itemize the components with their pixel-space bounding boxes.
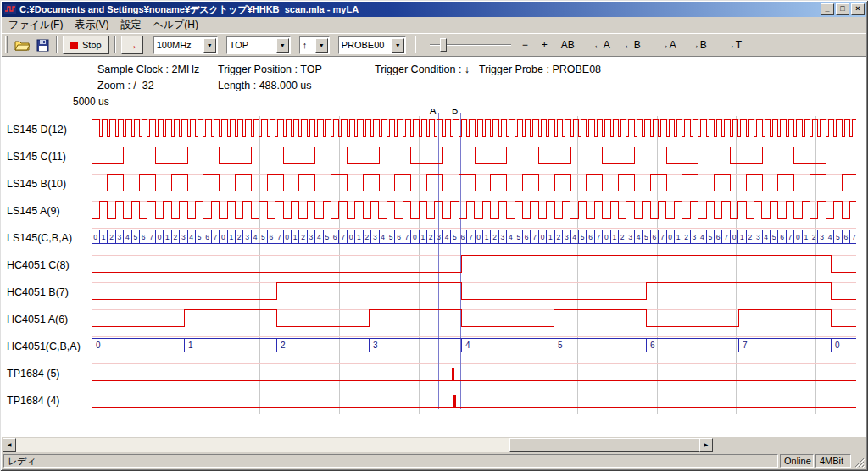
toolbar-separator xyxy=(56,36,58,53)
stop-icon xyxy=(70,42,78,49)
svg-text:7: 7 xyxy=(341,233,345,241)
svg-text:0: 0 xyxy=(604,233,609,241)
status-memory-badge: 4MBit xyxy=(815,454,851,468)
menu-view[interactable]: 表示(V) xyxy=(69,16,114,34)
chevron-down-icon[interactable]: ▼ xyxy=(203,38,216,53)
channel-wave xyxy=(92,395,856,407)
svg-text:2: 2 xyxy=(281,341,286,350)
svg-text:1: 1 xyxy=(229,233,233,241)
svg-text:0: 0 xyxy=(96,341,101,350)
svg-text:2: 2 xyxy=(748,233,753,241)
chevron-down-icon[interactable]: ▼ xyxy=(315,38,328,53)
svg-text:6: 6 xyxy=(588,233,593,241)
trigger-probe-select[interactable]: PROBE00 ▼ xyxy=(338,36,406,54)
minimize-button[interactable]: _ xyxy=(821,3,834,15)
close-button[interactable]: × xyxy=(851,3,865,15)
svg-text:4: 4 xyxy=(572,233,576,241)
svg-text:2: 2 xyxy=(684,233,688,241)
svg-text:3: 3 xyxy=(756,233,760,241)
channel-label: LS145 C(11) xyxy=(7,150,90,163)
svg-text:2: 2 xyxy=(492,233,497,241)
resize-grip[interactable] xyxy=(853,454,865,468)
move-a-right-button[interactable]: →A xyxy=(655,36,681,53)
save-file-button[interactable] xyxy=(32,36,53,54)
svg-text:7: 7 xyxy=(149,233,153,241)
sample-clock-info: Sample Clock : 2MHz xyxy=(97,64,199,75)
scrollbar-thumb[interactable] xyxy=(509,438,701,452)
svg-text:1: 1 xyxy=(293,233,298,241)
svg-text:3: 3 xyxy=(181,233,186,241)
svg-text:4: 4 xyxy=(189,233,193,241)
svg-text:7: 7 xyxy=(469,233,473,241)
svg-text:7: 7 xyxy=(277,233,281,241)
trigger-edge-select[interactable]: ↑ ▼ xyxy=(299,36,330,54)
svg-text:6: 6 xyxy=(333,233,337,241)
stop-button[interactable]: Stop xyxy=(63,36,109,54)
open-file-button[interactable] xyxy=(12,36,32,54)
slider-thumb[interactable] xyxy=(440,38,447,52)
run-button[interactable]: → xyxy=(121,36,143,54)
goto-trigger-button[interactable]: →T xyxy=(721,36,746,53)
menu-bar: ファイル(F) 表示(V) 設定 ヘルプ(H) xyxy=(2,17,866,33)
svg-text:2: 2 xyxy=(557,233,561,241)
svg-text:4: 4 xyxy=(465,341,470,350)
ab-span-button[interactable]: AB xyxy=(557,36,579,53)
svg-text:0: 0 xyxy=(221,233,225,241)
svg-text:5: 5 xyxy=(644,233,648,241)
scroll-right-icon[interactable]: ▶ xyxy=(699,438,713,452)
svg-text:4: 4 xyxy=(445,233,449,241)
svg-text:5: 5 xyxy=(198,233,202,241)
svg-text:7: 7 xyxy=(660,233,665,241)
channel-wave xyxy=(92,368,856,380)
toolbar-separator xyxy=(114,36,116,53)
svg-text:4: 4 xyxy=(700,233,704,241)
svg-text:7: 7 xyxy=(788,233,793,241)
horizontal-scrollbar[interactable]: ◀ ▶ xyxy=(2,437,866,452)
svg-text:5: 5 xyxy=(836,233,840,241)
svg-text:2: 2 xyxy=(174,233,178,241)
waveform-view: Sample Clock : 2MHz Trigger Position : T… xyxy=(2,57,866,437)
run-arrow-icon: → xyxy=(126,38,138,52)
channel-wave xyxy=(92,282,856,299)
menu-help[interactable]: ヘルプ(H) xyxy=(147,16,204,34)
channel-wave xyxy=(92,119,856,136)
move-a-left-button[interactable]: ←A xyxy=(589,36,615,53)
trigger-position-select[interactable]: TOP ▼ xyxy=(226,36,291,54)
channel-wave xyxy=(92,174,856,191)
svg-text:5: 5 xyxy=(558,341,563,350)
svg-text:3: 3 xyxy=(373,233,377,241)
menu-settings[interactable]: 設定 xyxy=(114,16,147,34)
zoom-in-button[interactable]: + xyxy=(537,36,552,53)
zoom-slider[interactable] xyxy=(428,36,513,54)
chevron-down-icon[interactable]: ▼ xyxy=(392,38,404,53)
move-b-left-button[interactable]: ←B xyxy=(620,36,645,53)
channel-wave xyxy=(92,147,856,163)
svg-text:0: 0 xyxy=(541,233,545,241)
toolbar-separator xyxy=(415,36,416,53)
svg-text:7: 7 xyxy=(214,233,218,241)
svg-text:3: 3 xyxy=(309,233,314,241)
svg-text:4: 4 xyxy=(509,233,513,241)
svg-text:0: 0 xyxy=(668,233,672,241)
svg-text:6: 6 xyxy=(716,233,721,241)
svg-text:1: 1 xyxy=(102,233,106,241)
maximize-button[interactable]: □ xyxy=(836,3,849,15)
sample-clock-select[interactable]: 100MHz ▼ xyxy=(153,36,218,54)
waveform-canvas[interactable]: AB01234567012345670123456701234567012345… xyxy=(90,109,858,424)
chevron-down-icon[interactable]: ▼ xyxy=(276,38,289,53)
scroll-left-icon[interactable]: ◀ xyxy=(3,438,16,452)
svg-text:1: 1 xyxy=(357,233,361,241)
menu-file[interactable]: ファイル(F) xyxy=(3,16,69,34)
svg-text:0: 0 xyxy=(413,233,417,241)
svg-text:0: 0 xyxy=(93,233,97,241)
zoom-info: Zoom : / 32 xyxy=(97,80,154,91)
svg-text:6: 6 xyxy=(397,233,401,241)
titlebar[interactable]: C:¥Documents and Settings¥noname¥デスクトップ¥… xyxy=(2,2,866,17)
svg-text:1: 1 xyxy=(188,341,193,350)
svg-text:2: 2 xyxy=(237,233,242,241)
move-b-right-button[interactable]: →B xyxy=(686,36,711,53)
zoom-out-button[interactable]: − xyxy=(518,36,532,53)
svg-text:0: 0 xyxy=(796,233,800,241)
svg-text:0: 0 xyxy=(835,341,840,350)
sample-clock-value: 100MHz xyxy=(154,40,203,50)
